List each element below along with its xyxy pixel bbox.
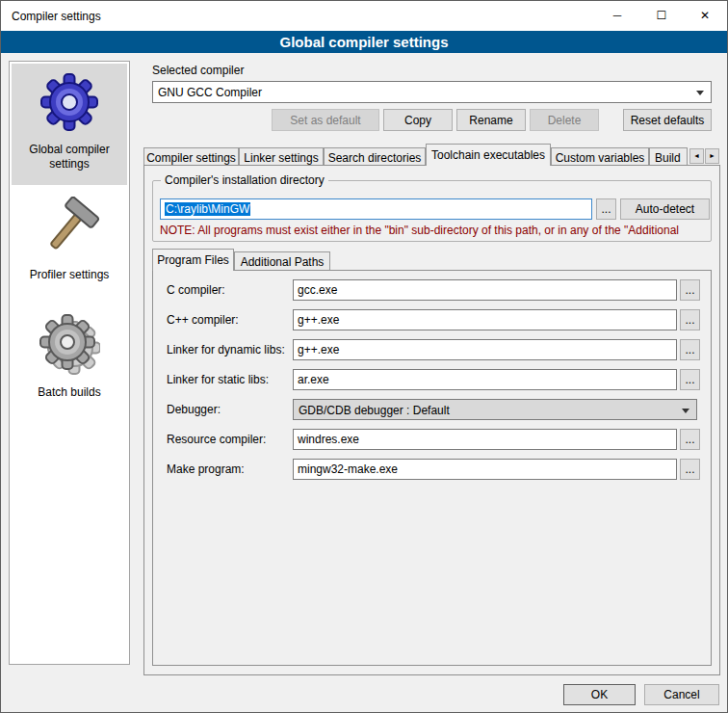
make-program-input[interactable]: mingw32-make.exe bbox=[293, 459, 677, 480]
installation-directory-browse-button[interactable]: ... bbox=[596, 198, 616, 220]
sidebar-item-label: Global compiler settings bbox=[12, 143, 127, 172]
tab-scroll-left-icon[interactable]: ◄ bbox=[689, 148, 704, 164]
sidebar-item-label: Profiler settings bbox=[12, 268, 127, 282]
make-program-label: Make program: bbox=[167, 462, 245, 476]
close-button[interactable]: ✕ bbox=[683, 1, 727, 31]
dialog-header-title: Global compiler settings bbox=[1, 31, 727, 53]
cpp-compiler-value: g++.exe bbox=[298, 313, 339, 327]
chevron-down-icon bbox=[682, 409, 689, 417]
linker-static-value: ar.exe bbox=[298, 373, 329, 386]
delete-button[interactable]: Delete bbox=[530, 109, 599, 131]
make-program-browse-button[interactable]: ... bbox=[680, 459, 700, 480]
rename-button[interactable]: Rename bbox=[456, 109, 526, 131]
gear-icon bbox=[39, 71, 100, 133]
chevron-down-icon bbox=[696, 91, 704, 99]
programs-note: NOTE: All programs must exist either in … bbox=[160, 224, 711, 237]
debugger-dropdown[interactable]: GDB/CDB debugger : Default bbox=[293, 399, 697, 420]
tab-build-options[interactable]: Build bbox=[649, 147, 688, 165]
linker-dynamic-value: g++.exe bbox=[298, 343, 339, 356]
debugger-label: Debugger: bbox=[167, 403, 221, 416]
linker-static-input[interactable]: ar.exe bbox=[293, 369, 677, 390]
sidebar-item-batch-builds[interactable]: Batch builds bbox=[12, 306, 127, 420]
linker-static-label: Linker for static libs: bbox=[167, 373, 269, 386]
cpp-compiler-input[interactable]: g++.exe bbox=[293, 309, 677, 330]
tab-custom-variables[interactable]: Custom variables bbox=[551, 147, 649, 165]
minimize-button[interactable]: ─ bbox=[595, 1, 639, 31]
selected-compiler-dropdown[interactable]: GNU GCC Compiler bbox=[152, 81, 712, 103]
tab-scroll-right-icon[interactable]: ► bbox=[705, 148, 719, 164]
sidebar-item-global-compiler-settings[interactable]: Global compiler settings bbox=[12, 64, 127, 185]
gray-gear-icon bbox=[39, 314, 100, 376]
sidebar-item-profiler-settings[interactable]: Profiler settings bbox=[12, 189, 127, 303]
subtab-program-files[interactable]: Program Files bbox=[152, 249, 234, 271]
resource-compiler-value: windres.exe bbox=[298, 433, 359, 446]
compiler-settings-dialog: Compiler settings ─ ☐ ✕ Global compiler … bbox=[0, 0, 728, 713]
tab-linker-settings[interactable]: Linker settings bbox=[239, 147, 324, 165]
selected-compiler-label: Selected compiler bbox=[152, 64, 244, 77]
cpp-compiler-browse-button[interactable]: ... bbox=[680, 309, 700, 330]
copy-button[interactable]: Copy bbox=[383, 109, 453, 131]
cancel-button[interactable]: Cancel bbox=[644, 684, 719, 705]
tab-toolchain-executables[interactable]: Toolchain executables bbox=[426, 144, 551, 166]
tab-search-directories[interactable]: Search directories bbox=[324, 147, 426, 165]
linker-dynamic-input[interactable]: g++.exe bbox=[293, 339, 677, 360]
tab-compiler-settings[interactable]: Compiler settings bbox=[143, 147, 239, 165]
installation-directory-value: C:\raylib\MinGW bbox=[165, 202, 250, 216]
installation-directory-input[interactable]: C:\raylib\MinGW bbox=[160, 198, 592, 220]
settings-category-sidebar: Global compiler settings Profiler settin… bbox=[9, 61, 130, 665]
set-as-default-button[interactable]: Set as default bbox=[272, 109, 379, 131]
sidebar-item-label: Batch builds bbox=[12, 385, 127, 400]
selected-compiler-value: GNU GCC Compiler bbox=[158, 86, 262, 99]
resource-compiler-input[interactable]: windres.exe bbox=[293, 429, 677, 450]
linker-dynamic-label: Linker for dynamic libs: bbox=[167, 343, 285, 356]
linker-static-browse-button[interactable]: ... bbox=[680, 369, 700, 390]
c-compiler-label: C compiler: bbox=[167, 283, 225, 297]
linker-dynamic-browse-button[interactable]: ... bbox=[680, 339, 700, 360]
maximize-button[interactable]: ☐ bbox=[639, 1, 684, 31]
resource-compiler-label: Resource compiler: bbox=[167, 433, 266, 446]
profiler-hammer-icon bbox=[39, 197, 100, 258]
make-program-value: mingw32-make.exe bbox=[298, 462, 398, 476]
auto-detect-button[interactable]: Auto-detect bbox=[620, 198, 710, 220]
c-compiler-input[interactable]: gcc.exe bbox=[293, 279, 677, 301]
c-compiler-browse-button[interactable]: ... bbox=[680, 279, 700, 301]
reset-defaults-button[interactable]: Reset defaults bbox=[623, 109, 712, 131]
cpp-compiler-label: C++ compiler: bbox=[167, 313, 239, 327]
subtab-additional-paths[interactable]: Additional Paths bbox=[234, 251, 330, 271]
ok-button[interactable]: OK bbox=[563, 684, 636, 705]
installation-directory-group-title: Compiler's installation directory bbox=[161, 173, 328, 187]
debugger-value: GDB/CDB debugger : Default bbox=[299, 404, 450, 417]
resource-compiler-browse-button[interactable]: ... bbox=[680, 429, 700, 450]
window-title: Compiler settings bbox=[12, 10, 101, 23]
c-compiler-value: gcc.exe bbox=[298, 283, 337, 297]
